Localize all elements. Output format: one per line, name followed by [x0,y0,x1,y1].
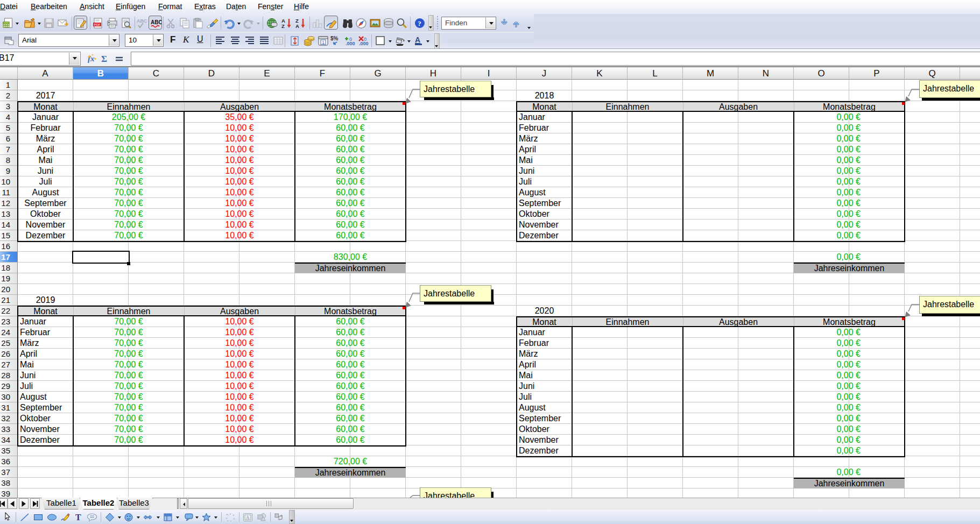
svg-text:T: T [75,513,81,521]
svg-text:A: A [246,515,250,520]
